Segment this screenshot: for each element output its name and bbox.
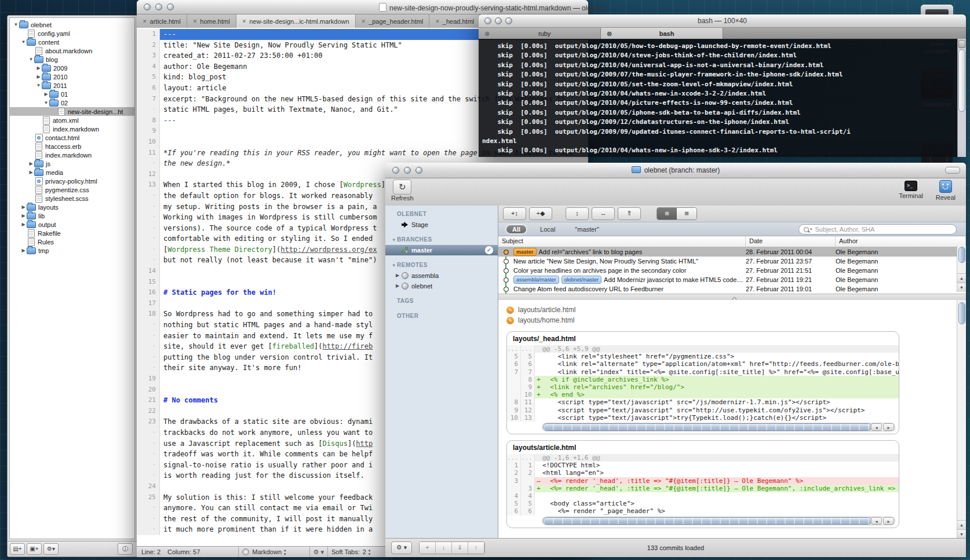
language-stepper-icon[interactable]: ▴▾ [284,548,286,556]
pull-all-button[interactable]: ⇓ [452,542,468,554]
sidebar-item-Stage[interactable]: Stage [385,219,498,230]
terminal-output[interactable]: skip [0.00s] output/blog/2010/05/how-to-… [479,39,966,157]
tree-item-tmp[interactable]: ▶tmp [10,246,134,255]
close-tab-icon[interactable]: ⊗ [484,30,490,38]
disclosure-open-icon[interactable]: ▼ [36,83,41,88]
disclosure-closed-icon[interactable]: ▶ [395,270,400,281]
tree-item-output[interactable]: ▶output [10,220,134,229]
tree-item-atom-xml[interactable]: atom.xml [10,116,134,125]
add-branch-button[interactable]: +↕ [503,207,526,220]
diff-hscrollbar[interactable]: ◂▸ [542,517,895,525]
tree-item-js[interactable]: ▶js [10,159,134,168]
disclosure-closed-icon[interactable]: ▶ [21,248,26,253]
info-button[interactable]: ⓘ [118,543,133,555]
disclosure-closed-icon[interactable]: ▶ [28,170,34,175]
soft-tabs-value[interactable]: 2 [363,548,366,555]
editor-titlebar[interactable]: new-site-design-now-proudly-serving-stat… [137,0,588,14]
tree-item-pygmentize-css[interactable]: pygmentize.css [10,185,134,194]
language-selector[interactable]: Markdown [252,548,282,555]
drawer-action-button[interactable]: ⚙▾ [43,543,59,555]
column-header-date[interactable]: Date [746,236,836,247]
tree-item-index-markdown[interactable]: index.markdown [10,151,134,159]
disclosure-open-icon[interactable]: ▼ [43,100,49,105]
editor-tab[interactable]: ✕_page_header.html [356,14,430,28]
tree-item-blog[interactable]: ▼blog [10,55,134,64]
close-tab-icon[interactable]: ✕ [143,19,147,24]
tree-item-about-markdown[interactable]: about.markdown [10,46,134,55]
sidebar-item-master[interactable]: master✓ [385,245,498,255]
scope-local[interactable]: Local [534,225,561,233]
tree-item-config-yaml[interactable]: config.yaml [10,29,134,38]
tree-item-privacy-policy-html[interactable]: privacy-policy.html [10,177,134,185]
scope-all[interactable]: All [506,225,526,233]
commit-row[interactable]: assembla/masterolebnet/masterAdd Moderni… [498,275,966,284]
close-tab-icon[interactable]: ✕ [193,19,198,24]
disclosure-open-icon[interactable]: ▼ [28,57,34,62]
changed-file-row[interactable]: ✎layouts/article.html [506,305,958,315]
scrollbar-knob[interactable] [543,423,872,431]
disclosure-open-icon[interactable]: ▼ [391,261,397,271]
add-tag-button[interactable]: +◆ [529,207,552,220]
terminal-button[interactable]: >_ Terminal [899,180,923,199]
disclosure-open-icon[interactable]: ▼ [391,235,397,246]
add-remote-button[interactable]: + [420,542,436,554]
tree-item-02[interactable]: ▼02 [10,98,134,107]
scrollbar-knob[interactable] [958,49,965,112]
scrollbar-grabber-icon[interactable] [958,40,965,48]
column-header-subject[interactable]: Subject [498,236,746,247]
diff-hscrollbar[interactable]: ◂▸ [542,423,895,431]
disclosure-closed-icon[interactable]: ▶ [36,65,41,71]
commit-row[interactable]: masterAdd rel="archives" link to blog pa… [498,247,966,257]
terminal-tab-ruby[interactable]: ⊗ruby [479,28,601,39]
changed-file-row[interactable]: ✎layouts/home.html [506,315,958,325]
commit-row[interactable]: Color year headlines on archives page in… [498,266,966,275]
close-tab-icon[interactable]: ✕ [242,19,247,24]
tree-item-index-markdown[interactable]: index.markdown [10,125,134,133]
terminal-tab-bash[interactable]: ⊗bash [601,28,723,39]
scroll-left-button[interactable]: ◂ [871,517,882,525]
scrollbar-knob[interactable] [543,517,872,525]
tree-item-01[interactable]: ▶01 [10,90,134,98]
disclosure-closed-icon[interactable]: ▶ [21,222,26,227]
terminal-titlebar[interactable]: bash — 100×40 [479,14,966,28]
gitx-titlebar[interactable]: olebnet (branch: master) [385,163,966,178]
tree-item-2010[interactable]: ▶2010 [10,72,134,81]
zoom-button[interactable] [167,3,174,10]
close-tab-icon[interactable]: ✕ [362,19,366,24]
scope-master[interactable]: "master" [569,225,604,233]
view-list-button[interactable]: ≡ [657,208,677,219]
search-field[interactable]: ▾ Subject, Author, SHA [798,224,957,235]
scroll-right-button[interactable]: ▸ [883,517,894,525]
soft-tabs-stepper-icon[interactable]: ▴▾ [369,548,371,556]
sidebar-item-assembla[interactable]: ▶assembla [385,270,498,281]
toolbar-toggle-button[interactable] [945,167,960,174]
fetch-button[interactable]: ↕ [566,207,589,220]
tree-item-2009[interactable]: ▶2009 [10,64,134,72]
disclosure-closed-icon[interactable]: ▶ [21,204,26,210]
scroll-up-button[interactable]: ▲ [957,520,966,529]
disclosure-closed-icon[interactable]: ▶ [43,91,49,97]
minimize-button[interactable] [155,3,162,10]
close-tab-icon[interactable]: ✕ [435,19,440,24]
push-all-button[interactable]: ↑ [468,542,484,554]
scroll-down-button[interactable]: ▼ [957,283,966,292]
diff-pane-scrollbar[interactable]: ▲▼ [957,300,966,539]
tree-item-contact-html[interactable]: contact.html [10,133,134,142]
disclosure-closed-icon[interactable]: ▶ [36,74,41,79]
tree-item-2011[interactable]: ▼2011 [10,81,134,90]
tree-item-media[interactable]: ▶media [10,168,134,177]
tree-item-rakefile[interactable]: Rakefile [10,229,134,237]
commit-list-scrollbar[interactable]: ▲▼ [957,246,966,292]
tree-item-olebnet[interactable]: ▼olebnet [10,20,134,29]
pull-button[interactable]: ↔ [592,207,615,220]
terminal-scrollbar[interactable] [957,39,966,157]
scroll-up-button[interactable]: ▲ [957,273,966,283]
disclosure-closed-icon[interactable]: ▶ [28,161,34,166]
soft-tabs-label[interactable]: Soft Tabs: [331,548,360,555]
disclosure-open-icon[interactable]: ▼ [13,22,19,27]
reveal-button[interactable]: Reveal [936,180,956,201]
editor-tab[interactable]: ✕new-site-design...ic-html.markdown [236,14,356,28]
editor-tab[interactable]: ✕_head.html [429,14,480,28]
scrollbar-knob[interactable] [958,247,965,263]
sidebar-item-olebnet[interactable]: ▶olebnet [385,281,498,291]
